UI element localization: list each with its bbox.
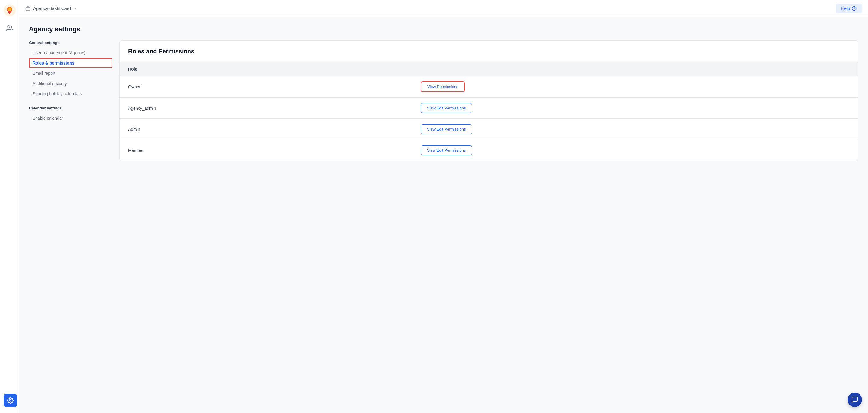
view-permissions-button-agency_admin[interactable]: View/Edit Permissions xyxy=(421,103,472,113)
view-permissions-button-admin[interactable]: View/Edit Permissions xyxy=(421,124,472,134)
dashboard-label: Agency dashboard xyxy=(33,6,71,11)
view-permissions-button-member[interactable]: View/Edit Permissions xyxy=(421,145,472,155)
table-row: MemberView/Edit Permissions xyxy=(120,140,858,161)
action-cell: View/Edit Permissions xyxy=(412,140,858,161)
help-button[interactable]: Help xyxy=(836,4,862,13)
briefcase-icon xyxy=(25,6,31,11)
settings-icon xyxy=(7,397,13,404)
page-title: Agency settings xyxy=(29,25,858,33)
chat-icon xyxy=(851,396,858,403)
settings-content-panel: Roles and Permissions Role OwnerView Per… xyxy=(119,40,858,161)
top-nav: Agency dashboard Help xyxy=(19,0,868,17)
view-permissions-button-owner[interactable]: View Permissions xyxy=(421,81,465,92)
calendar-settings-section: Calendar settings Enable calendar xyxy=(29,106,112,123)
two-col-layout: General settings User management (Agency… xyxy=(29,40,858,161)
icon-rail xyxy=(0,0,19,413)
table-row: AdminView/Edit Permissions xyxy=(120,119,858,140)
main-area: Agency dashboard Help Agency settings Ge… xyxy=(19,0,868,413)
calendar-section-title: Calendar settings xyxy=(29,106,112,110)
action-cell: View Permissions xyxy=(412,76,858,98)
role-cell: Admin xyxy=(120,119,412,140)
col-role: Role xyxy=(120,62,412,76)
users-nav-icon[interactable] xyxy=(4,23,15,34)
table-row: OwnerView Permissions xyxy=(120,76,858,98)
role-cell: Member xyxy=(120,140,412,161)
svg-rect-3 xyxy=(26,7,30,10)
action-cell: View/Edit Permissions xyxy=(412,119,858,140)
app-logo[interactable] xyxy=(3,4,16,17)
general-settings-section: General settings User management (Agency… xyxy=(29,40,112,98)
sidebar-item-sending-holiday-calendars[interactable]: Sending holiday calendars xyxy=(29,89,112,98)
help-label: Help xyxy=(841,6,850,11)
dashboard-selector[interactable]: Agency dashboard xyxy=(25,6,78,11)
svg-point-6 xyxy=(9,400,11,401)
sidebar-item-email-report[interactable]: Email report xyxy=(29,68,112,78)
role-cell: Agency_admin xyxy=(120,98,412,119)
permissions-table: Role OwnerView PermissionsAgency_adminVi… xyxy=(120,62,858,161)
chat-bubble-button[interactable] xyxy=(847,392,862,407)
svg-point-1 xyxy=(8,8,11,11)
col-actions xyxy=(412,62,858,76)
role-cell: Owner xyxy=(120,76,412,98)
action-cell: View/Edit Permissions xyxy=(412,98,858,119)
content-wrapper: Agency settings General settings User ma… xyxy=(19,17,868,413)
table-header-row: Role xyxy=(120,62,858,76)
bottom-settings-button[interactable] xyxy=(4,394,17,407)
sidebar-item-enable-calendar[interactable]: Enable calendar xyxy=(29,113,112,123)
sidebar-item-roles-permissions[interactable]: Roles & permissions xyxy=(29,58,112,68)
section-heading: Roles and Permissions xyxy=(120,41,858,62)
settings-nav: General settings User management (Agency… xyxy=(29,40,119,161)
sidebar-item-user-management[interactable]: User management (Agency) xyxy=(29,48,112,58)
table-row: Agency_adminView/Edit Permissions xyxy=(120,98,858,119)
general-section-title: General settings xyxy=(29,40,112,45)
help-circle-icon xyxy=(852,6,857,11)
sidebar-item-additional-security[interactable]: Additional security xyxy=(29,79,112,88)
chevron-down-icon xyxy=(73,6,78,10)
svg-point-2 xyxy=(7,26,10,28)
